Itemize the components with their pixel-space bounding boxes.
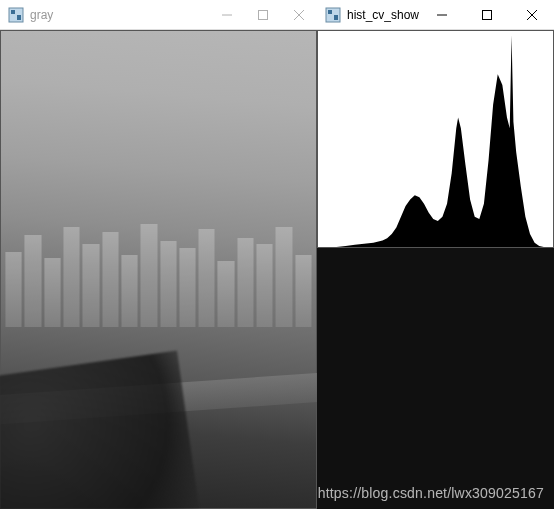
- svg-rect-11: [482, 10, 491, 19]
- svg-rect-4: [258, 10, 267, 19]
- hist-client: [317, 30, 554, 509]
- window-controls: [419, 0, 554, 29]
- photo-foliage: [0, 350, 201, 509]
- svg-rect-2: [17, 15, 21, 20]
- svg-rect-8: [328, 10, 332, 14]
- svg-rect-9: [334, 15, 338, 20]
- maximize-icon: [258, 10, 268, 20]
- window-title: gray: [30, 8, 209, 22]
- photo-buildings: [1, 184, 316, 327]
- maximize-button[interactable]: [464, 0, 509, 29]
- image-viewport: [0, 30, 317, 509]
- titlebar-hist[interactable]: hist_cv_show: [317, 0, 554, 30]
- maximize-icon: [482, 10, 492, 20]
- window-title: hist_cv_show: [347, 8, 419, 22]
- close-icon: [294, 10, 304, 20]
- titlebar-gray[interactable]: gray: [0, 0, 317, 30]
- grayscale-photo: [0, 30, 317, 509]
- svg-marker-14: [318, 35, 553, 247]
- close-icon: [527, 10, 537, 20]
- app-icon: [8, 7, 24, 23]
- minimize-button[interactable]: [209, 0, 245, 29]
- close-button[interactable]: [281, 0, 317, 29]
- window-hist: hist_cv_show: [317, 0, 554, 509]
- window-controls: [209, 0, 317, 29]
- svg-rect-1: [11, 10, 15, 14]
- app-icon: [325, 7, 341, 23]
- maximize-button[interactable]: [245, 0, 281, 29]
- histogram-plot: [317, 30, 554, 248]
- close-button[interactable]: [509, 0, 554, 29]
- desktop: gray: [0, 0, 554, 509]
- minimize-button[interactable]: [419, 0, 464, 29]
- minimize-icon: [437, 10, 447, 20]
- minimize-icon: [222, 10, 232, 20]
- empty-dark-area: [317, 248, 554, 509]
- window-gray: gray: [0, 0, 317, 509]
